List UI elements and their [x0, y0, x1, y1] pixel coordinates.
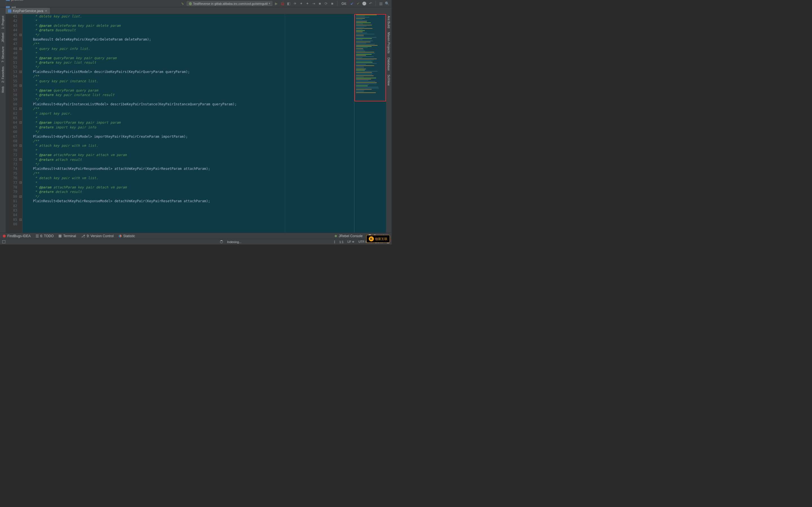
line-number[interactable]: 60: [6, 102, 17, 107]
code-line[interactable]: */: [25, 162, 386, 166]
line-number[interactable]: 46: [6, 37, 17, 42]
code-line[interactable]: */: [25, 194, 386, 199]
jrebel-run-icon[interactable]: ✦: [299, 1, 303, 6]
line-number[interactable]: 59: [6, 97, 17, 102]
fold-toggle[interactable]: -: [19, 121, 22, 124]
line-number[interactable]: 66: [6, 129, 17, 134]
right-toolwindow-sciview[interactable]: SciView: [387, 75, 391, 86]
close-icon[interactable]: ×: [45, 9, 47, 13]
code-line[interactable]: * @param attachParam key pair attach vm …: [25, 153, 386, 157]
run-config-selector[interactable]: ⬤ TestReverse in gitlab.alibaba-inc.com/…: [187, 1, 273, 6]
right-toolwindow-antbuild[interactable]: Ant Build: [387, 16, 391, 28]
line-number[interactable]: 83: [6, 208, 17, 213]
right-toolwindow-mavenprojects[interactable]: Maven Projects: [387, 32, 391, 54]
tool-window-icon[interactable]: [2, 240, 5, 243]
right-toolwindow-database[interactable]: Database: [387, 57, 391, 71]
code-line[interactable]: * @return detach result: [25, 189, 386, 194]
line-number[interactable]: 58: [6, 93, 17, 97]
code-line[interactable]: /**: [25, 107, 386, 111]
code-line[interactable]: PlainResult<AttachKeyPairResponseModel> …: [25, 166, 386, 171]
fold-toggle[interactable]: -: [19, 34, 22, 36]
fold-toggle[interactable]: -: [19, 84, 22, 87]
line-number[interactable]: 47: [6, 42, 17, 46]
line-number[interactable]: 77: [6, 180, 17, 185]
line-number[interactable]: 81: [6, 199, 17, 203]
code-line[interactable]: * @param deleteParam key pair delete par…: [25, 23, 386, 28]
debug-icon[interactable]: 🐞: [280, 1, 285, 6]
line-number[interactable]: 85: [6, 217, 17, 222]
line-gutter[interactable]: 4142434445464748495051525354555657585960…: [6, 14, 22, 233]
code-line[interactable]: */: [25, 33, 386, 37]
jrebel-debug-icon[interactable]: ✦: [305, 1, 310, 6]
line-number[interactable]: 43: [6, 23, 17, 28]
code-line[interactable]: *: [25, 18, 386, 23]
rerun-icon[interactable]: ⟳: [324, 1, 328, 6]
terminal-button[interactable]: Terminal: [59, 234, 76, 238]
left-toolwindow-jrebel[interactable]: JRebel: [1, 33, 4, 42]
line-number[interactable]: 54: [6, 74, 17, 78]
line-number[interactable]: 71: [6, 153, 17, 157]
code-line[interactable]: */: [25, 129, 386, 134]
line-number[interactable]: 56: [6, 83, 17, 88]
pause-icon[interactable]: ∥: [334, 240, 335, 244]
fold-toggle[interactable]: -: [19, 158, 22, 161]
fold-toggle[interactable]: -: [19, 108, 22, 110]
statistic-button[interactable]: Statistic: [119, 234, 135, 238]
code-line[interactable]: *: [25, 180, 386, 185]
code-line[interactable]: * @return attach result: [25, 158, 386, 162]
code-line[interactable]: * @param attachParam key pair detach vm …: [25, 185, 386, 189]
code-line[interactable]: * @return key pair instance list result: [25, 93, 386, 97]
code-line[interactable]: * query key pair instance list.: [25, 79, 386, 83]
line-number[interactable]: 48: [6, 47, 17, 51]
line-number[interactable]: 44: [6, 28, 17, 33]
line-number[interactable]: 80: [6, 194, 17, 199]
line-number[interactable]: 70: [6, 148, 17, 153]
code-line[interactable]: BaseResult deleteKeyPairs(KeyPairDeleteP…: [25, 37, 386, 42]
build-icon[interactable]: ⬊: [181, 1, 185, 6]
line-number[interactable]: 68: [6, 139, 17, 144]
line-number[interactable]: 61: [6, 107, 17, 111]
line-number[interactable]: 75: [6, 171, 17, 176]
tab-keypairservice[interactable]: KeyPairService.java ×: [6, 8, 50, 14]
stop-all-icon[interactable]: ■: [330, 1, 335, 6]
code-line[interactable]: * detach key pair with vm list.: [25, 176, 386, 180]
left-toolwindow-structure[interactable]: 7: Structure: [1, 47, 4, 62]
line-number[interactable]: 41: [6, 14, 17, 18]
line-number[interactable]: 79: [6, 189, 17, 194]
code-line[interactable]: * attach key pair with vm list.: [25, 144, 386, 148]
line-number[interactable]: 42: [6, 18, 17, 23]
caret-position[interactable]: 1:1: [339, 240, 343, 244]
line-number[interactable]: 65: [6, 125, 17, 129]
git-revert-icon[interactable]: ↶: [368, 1, 373, 6]
code-line[interactable]: */: [25, 97, 386, 102]
coverage-icon[interactable]: ◧: [287, 1, 291, 6]
git-history-icon[interactable]: 🕘: [362, 1, 366, 6]
breadcrumb-item[interactable]: phoenix: [5, 0, 35, 1]
stop-icon[interactable]: ■: [317, 1, 322, 6]
git-commit-icon[interactable]: ✔: [356, 1, 360, 6]
jrebel-console-button[interactable]: JRebel Console: [335, 234, 363, 238]
line-number[interactable]: 69: [6, 144, 17, 148]
line-number[interactable]: 45: [6, 33, 17, 37]
left-toolwindow-web[interactable]: Web: [1, 87, 4, 93]
fold-toggle[interactable]: -: [19, 219, 22, 221]
line-number[interactable]: 51: [6, 60, 17, 65]
version-control-button[interactable]: ⎇9: Version Control: [81, 234, 114, 238]
line-number[interactable]: 76: [6, 176, 17, 180]
git-update-icon[interactable]: ↙: [350, 1, 354, 6]
code-line[interactable]: * query key pair info list.: [25, 47, 386, 51]
code-line[interactable]: * delete key pair list.: [25, 14, 386, 18]
code-line[interactable]: /**: [25, 74, 386, 78]
code-line[interactable]: */: [25, 65, 386, 69]
code-line[interactable]: *: [25, 116, 386, 120]
left-toolwindow-project[interactable]: 1: Project: [1, 16, 4, 29]
line-number[interactable]: 62: [6, 111, 17, 116]
code-line[interactable]: *: [25, 51, 386, 55]
line-number[interactable]: 67: [6, 134, 17, 139]
line-number[interactable]: 86: [6, 222, 17, 226]
code-minimap[interactable]: [354, 14, 386, 101]
line-number[interactable]: 50: [6, 56, 17, 60]
line-number[interactable]: 55: [6, 79, 17, 83]
line-number[interactable]: 82: [6, 204, 17, 208]
code-line[interactable]: PlainResult<KeyPairListModel> describeKe…: [25, 69, 386, 74]
